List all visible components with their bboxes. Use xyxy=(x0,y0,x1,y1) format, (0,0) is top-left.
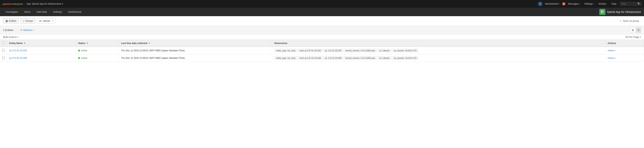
find-input[interactable] xyxy=(621,3,637,5)
save-as-group-button[interactable]: ☆ Save as group xyxy=(617,18,641,24)
row-entity-name: ip-172-31-20-242 xyxy=(7,47,76,54)
refresh-icon: ↻ xyxy=(20,29,22,32)
dimension-badge: kernel_version: 4.4.0-1092-aws xyxy=(344,49,377,52)
filter-input[interactable] xyxy=(57,20,616,22)
dimension-badge: os: Ubuntu xyxy=(378,49,391,52)
help-button[interactable]: Help ▾ xyxy=(610,2,620,6)
app-badge: Splunk App for Infrastructure xyxy=(599,9,641,15)
filter-tag-close[interactable]: × xyxy=(52,20,54,23)
row-checkbox[interactable] xyxy=(2,57,5,59)
row-last-time: Thu Dec 12 2019 12:09:01 GMT+0900 (Japan… xyxy=(119,47,272,54)
entities-table: Entity Name ⇅ Status ⇅ Last time data co… xyxy=(0,40,644,62)
col-status: Status ⇅ xyxy=(76,40,119,47)
find-box[interactable]: 🔍 xyxy=(620,2,642,6)
list-view-button[interactable]: ≡ xyxy=(636,27,641,33)
list-view-icon: ≡ xyxy=(638,29,639,32)
logo-splunk: splunk>enterprise xyxy=(2,3,23,5)
dimension-badge: os_version: 16.04.6 LTS xyxy=(392,49,418,52)
per-page-selector[interactable]: 50 Per Page ▾ xyxy=(626,36,641,39)
app-label: App: Splunk App for Infrastructure ▾ xyxy=(24,3,63,5)
svg-rect-0 xyxy=(601,11,602,12)
messages-badge: 1 xyxy=(562,2,565,5)
svg-rect-1 xyxy=(602,11,604,12)
grid-view-button[interactable]: ⊞ xyxy=(630,27,636,33)
activity-button[interactable]: Activity ▾ xyxy=(596,2,609,6)
svg-rect-3 xyxy=(602,12,604,13)
admin-avatar: i xyxy=(538,2,542,6)
nav-alerts[interactable]: Alerts xyxy=(21,9,33,15)
entities-button[interactable]: ▦ Entities xyxy=(3,18,19,24)
nav-investigate[interactable]: Investigate xyxy=(3,9,20,15)
logo-area: splunk>enterprise App: Splunk App for In… xyxy=(2,3,63,5)
action-button[interactable]: Action ▾ xyxy=(608,49,616,52)
last-time-sort[interactable]: Last time data collected ⇅ xyxy=(121,42,270,45)
svg-rect-2 xyxy=(601,12,602,13)
admin-button[interactable]: Administrator ▾ xyxy=(543,2,562,6)
col-dimensions: Dimensions xyxy=(272,40,605,47)
action-chevron-icon: ▾ xyxy=(615,57,616,59)
nav-settings[interactable]: Settings xyxy=(50,9,65,15)
entity-link[interactable]: ip-172-31-23-208 xyxy=(10,57,27,59)
action-label: Action xyxy=(608,49,614,52)
row-last-time: Thu Dec 12 2019 12:09:01 GMT+0900 (Japan… xyxy=(119,54,272,62)
table-row: ip-172-31-20-242ActiveThu Dec 12 2019 12… xyxy=(0,47,644,54)
dimension-badge: ip: 172.31.20.242 xyxy=(323,49,343,52)
action-chevron-icon: ▾ xyxy=(615,50,616,52)
entity-link[interactable]: ip-172-31-20-242 xyxy=(10,49,27,52)
app-badge-area: Splunk App for Infrastructure xyxy=(599,9,641,15)
row-dimensions: entity_type: nix_hosthost: ip-172-31-23-… xyxy=(272,54,605,62)
view-toggle: ⊞ ≡ xyxy=(630,27,641,33)
table-row: ip-172-31-23-208ActiveThu Dec 12 2019 12… xyxy=(0,54,644,62)
groups-button[interactable]: + Groups xyxy=(20,18,36,24)
row-actions: Action ▾ xyxy=(605,54,644,62)
table-body: ip-172-31-20-242ActiveThu Dec 12 2019 12… xyxy=(0,47,644,62)
refresh-button[interactable]: ↻ Refresh ▾ xyxy=(19,28,35,32)
top-navigation: splunk>enterprise App: Splunk App for In… xyxy=(0,0,644,8)
status-sort[interactable]: Status ⇅ xyxy=(78,42,116,45)
app-icon xyxy=(599,9,606,15)
status-label: Active xyxy=(81,49,87,52)
messages-button[interactable]: Messages ▾ xyxy=(566,2,582,6)
status-active-dot xyxy=(78,57,80,59)
secondary-navigation: Investigate Alerts Add Data Settings Das… xyxy=(0,8,644,16)
nav-right: i Administrator ▾ 1 Messages ▾ Settings … xyxy=(538,2,642,6)
dimension-badge: host: ip-172-31-23-208 xyxy=(298,56,322,60)
grid-view-icon: ⊞ xyxy=(632,29,634,32)
table-header-row: Entity Name ⇅ Status ⇅ Last time data co… xyxy=(0,40,644,47)
status-sort-icon: ⇅ xyxy=(86,42,88,44)
action-button[interactable]: Action ▾ xyxy=(608,57,616,59)
row-entity-name: ip-172-31-23-208 xyxy=(7,54,76,62)
nav-add-data[interactable]: Add Data xyxy=(34,9,50,15)
bulk-actions-chevron-icon: ▾ xyxy=(18,36,18,38)
nav-dashboards[interactable]: Dashboards xyxy=(66,9,84,15)
dimension-badge: entity_type: nix_host xyxy=(274,49,297,52)
select-all-checkbox[interactable] xyxy=(2,42,5,44)
search-icon: 🔍 xyxy=(638,3,640,5)
groups-plus-icon: + xyxy=(23,20,24,23)
row-status: Active xyxy=(76,54,119,62)
col-actions: Actions xyxy=(605,40,644,47)
dimension-badge: entity_type: nix_host xyxy=(274,56,297,60)
filter-tag-os-ubuntu: os: Ubuntu × xyxy=(37,18,56,24)
bulk-actions-bar: Bulk Actions ▾ 50 Per Page ▾ xyxy=(0,34,644,40)
action-label: Action xyxy=(608,57,614,59)
status-label: Active xyxy=(81,57,87,59)
dimension-badge: os_version: 16.04.6 LTS xyxy=(392,56,418,60)
col-last-time: Last time data collected ⇅ xyxy=(119,40,272,47)
col-entity-name: Entity Name ⇅ xyxy=(7,40,76,47)
status-active-dot xyxy=(78,50,80,52)
entities-icon: ▦ xyxy=(6,20,8,22)
per-page-chevron-icon: ▾ xyxy=(640,36,641,38)
row-checkbox-cell xyxy=(0,54,7,62)
row-status: Active xyxy=(76,47,119,54)
row-dimensions: entity_type: nix_hosthost: ip-172-31-20-… xyxy=(272,47,605,54)
entity-name-sort[interactable]: Entity Name ⇅ xyxy=(10,42,74,45)
entity-name-sort-icon: ⇅ xyxy=(24,42,25,44)
row-checkbox-cell xyxy=(0,47,7,54)
bulk-actions-button[interactable]: Bulk Actions ▾ xyxy=(3,36,18,39)
filter-bar: ▦ Entities + Groups os: Ubuntu × ☆ Save … xyxy=(0,16,644,26)
settings-button[interactable]: Settings ▾ xyxy=(582,2,596,6)
dimension-badge: ip: 172.31.23.208 xyxy=(323,56,343,60)
col-checkbox xyxy=(0,40,7,47)
row-checkbox[interactable] xyxy=(2,49,5,52)
